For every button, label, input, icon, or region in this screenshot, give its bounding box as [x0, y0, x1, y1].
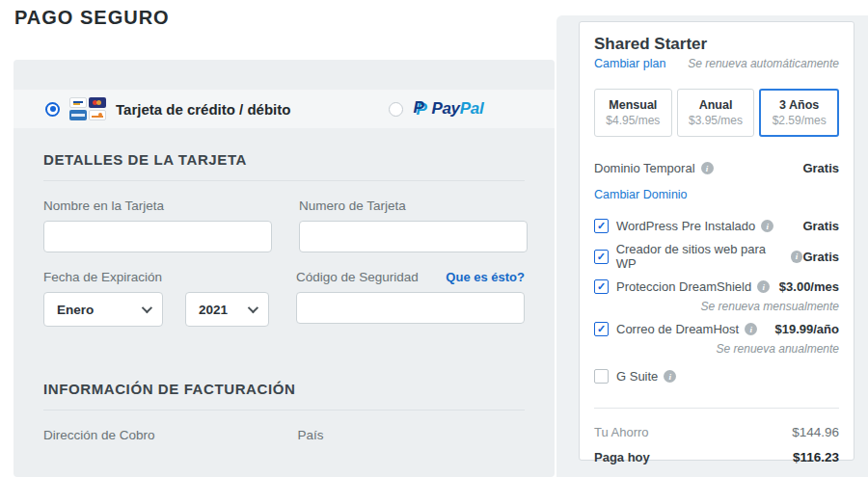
dreamshield-renew-note: Se renueva mensualmente — [594, 300, 839, 313]
paypal-word-pay: Pay — [431, 99, 459, 118]
info-icon[interactable]: i — [791, 251, 803, 263]
term-price: $3.95/mes — [689, 114, 743, 127]
site-builder-checkbox[interactable]: ✓ — [594, 250, 609, 264]
addon-price: $19.99/año — [775, 322, 840, 336]
pay-today-value: $116.23 — [793, 450, 839, 464]
term-monthly[interactable]: Mensual $4.95/mes — [594, 89, 672, 137]
addon-label: G Suite — [616, 369, 658, 384]
addon-row-gsuite: ✓ G Suitei — [594, 369, 839, 384]
addon-label: Proteccion DreamShield — [616, 279, 751, 294]
card-number-input[interactable] — [299, 221, 528, 252]
method-credit-card[interactable]: Tarjeta de crédito / débito — [45, 97, 290, 120]
billing-address-label: Dirección de Cobro — [43, 428, 155, 442]
order-summary-card: Shared Starter Cambiar plan Se renueva a… — [579, 21, 854, 461]
wordpress-checkbox[interactable]: ✓ — [594, 219, 609, 233]
term-price: $2.59/mes — [773, 114, 827, 127]
expiry-label: Fecha de Expiración — [43, 270, 162, 284]
cvv-help-link[interactable]: Que es ésto? — [446, 270, 525, 284]
paypal-p-front: P — [413, 99, 423, 117]
country-label: País — [298, 428, 324, 442]
chevron-down-icon — [142, 303, 152, 313]
term-price: $4.95/mes — [606, 114, 660, 127]
term-3-years[interactable]: 3 Años $2.59/mes — [759, 89, 839, 137]
term-label: Mensual — [609, 98, 657, 112]
addon-label: WordPress Pre Instalado — [616, 219, 755, 233]
addon-row-site-builder: ✓ Creador de sitios web para WPi Gratis — [594, 242, 839, 271]
addon-label: Correo de DreamHost — [616, 322, 739, 336]
term-label: Anual — [699, 98, 733, 112]
discover-icon — [89, 110, 106, 120]
addon-row-wordpress: ✓ WordPress Pre Instaladoi Gratis — [594, 219, 839, 233]
addon-price: Gratis — [802, 219, 839, 233]
addon-row-dreamshield: ✓ Proteccion DreamShieldi $3.00/mes — [594, 279, 839, 294]
plan-name: Shared Starter — [594, 35, 839, 54]
domain-price: Gratis — [802, 161, 839, 175]
change-plan-link[interactable]: Cambiar plan — [594, 57, 665, 70]
paypal-word-pal: Pal — [460, 99, 484, 118]
pay-today-row: Paga hoy $116.23 — [594, 450, 839, 464]
gsuite-checkbox[interactable]: ✓ — [594, 369, 609, 384]
dreamshield-checkbox[interactable]: ✓ — [594, 279, 609, 294]
info-icon[interactable]: i — [757, 280, 770, 293]
expiry-month-value: Enero — [57, 303, 94, 317]
info-icon[interactable]: i — [745, 323, 757, 335]
addon-row-email: ✓ Correo de DreamHosti $19.99/año — [594, 322, 839, 336]
email-renew-note: Se renueva anualmente — [594, 342, 839, 356]
addon-price: $3.00/mes — [779, 279, 839, 294]
pay-today-label: Paga hoy — [594, 450, 650, 464]
chevron-down-icon — [248, 303, 258, 313]
expiry-month-select[interactable]: Enero — [43, 292, 163, 327]
mastercard-icon — [89, 97, 106, 108]
term-label: 3 Años — [779, 98, 819, 112]
card-number-label: Numero de Tarjeta — [299, 199, 406, 213]
addon-price: Gratis — [802, 250, 839, 264]
name-on-card-input[interactable] — [43, 221, 272, 252]
card-details-heading: DETALLES DE LA TARJETA — [43, 151, 525, 181]
card-brand-icons — [69, 97, 106, 120]
visa-icon — [69, 97, 87, 108]
method-paypal[interactable]: PP PayPal — [389, 99, 483, 119]
credit-card-radio[interactable] — [45, 102, 60, 117]
term-annual[interactable]: Anual $3.95/mes — [677, 89, 755, 137]
expiry-year-value: 2021 — [199, 303, 228, 317]
auto-renew-note: Se renueva automáticamente — [688, 57, 839, 70]
billing-heading: INFORMACIÓN DE FACTURACIÓN — [43, 381, 525, 411]
cvv-label: Código de Seguridad — [296, 270, 419, 284]
savings-label: Tu Ahorro — [594, 425, 649, 439]
email-checkbox[interactable]: ✓ — [594, 322, 609, 336]
info-icon[interactable]: i — [701, 162, 714, 174]
paypal-radio[interactable] — [389, 102, 403, 117]
credit-card-label: Tarjeta de crédito / débito — [116, 101, 290, 118]
page-title: PAGO SEGURO — [14, 7, 170, 29]
info-icon[interactable]: i — [664, 370, 676, 383]
amex-icon — [69, 110, 87, 120]
addon-label: Creador de sitios web para WP — [616, 242, 785, 271]
savings-value: $144.96 — [792, 425, 839, 439]
name-on-card-label: Nombre en la Tarjeta — [43, 199, 164, 213]
domain-label-text: Dominio Temporal — [594, 161, 695, 175]
payment-method-selector: Tarjeta de crédito / débito PP PayPal — [14, 90, 555, 128]
expiry-year-select[interactable]: 2021 — [185, 292, 269, 327]
paypal-logo-icon: PP PayPal — [413, 99, 483, 119]
billing-term-tabs: Mensual $4.95/mes Anual $3.95/mes 3 Años… — [594, 89, 839, 137]
info-icon[interactable]: i — [761, 220, 773, 232]
cvv-input[interactable] — [296, 292, 525, 324]
change-domain-link[interactable]: Cambiar Dominio — [594, 188, 688, 201]
totals-divider — [594, 408, 839, 409]
savings-row: Tu Ahorro $144.96 — [594, 425, 839, 439]
payment-panel: Tarjeta de crédito / débito PP PayPal DE… — [14, 60, 555, 477]
domain-label: Dominio Temporal i — [594, 161, 714, 175]
